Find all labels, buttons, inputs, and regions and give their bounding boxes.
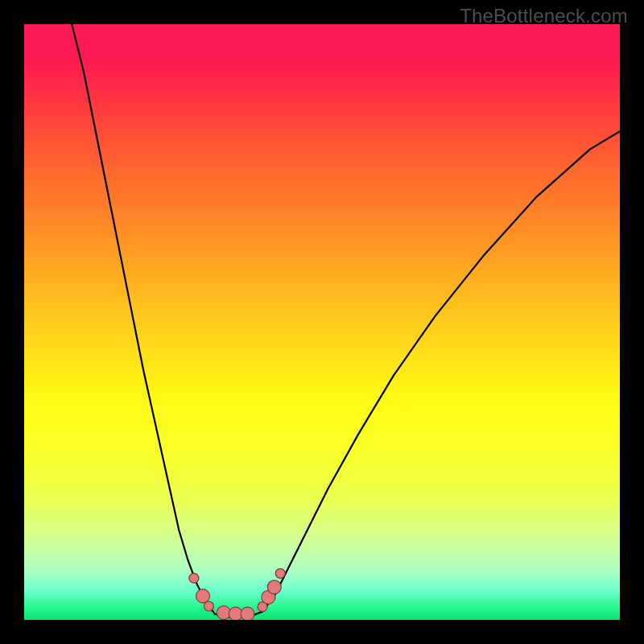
curve-left (72, 24, 215, 614)
plot-area (24, 24, 620, 620)
chart-svg (24, 24, 620, 620)
data-marker (204, 601, 213, 611)
outer-frame: TheBottleneck.com (0, 0, 644, 644)
data-marker (189, 573, 199, 583)
data-marker (241, 607, 254, 620)
marker-group (189, 568, 285, 620)
data-marker (196, 589, 210, 603)
curve-right (262, 131, 620, 611)
data-marker (267, 580, 281, 594)
data-marker (275, 568, 285, 578)
